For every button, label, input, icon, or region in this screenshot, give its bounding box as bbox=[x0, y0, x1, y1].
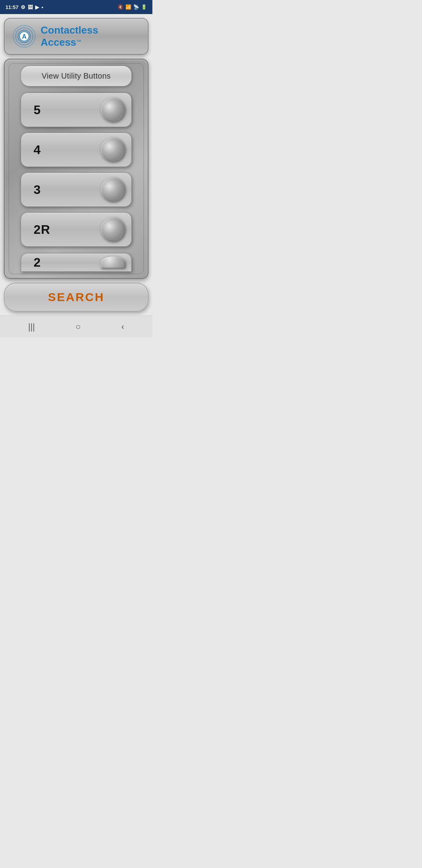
back-icon[interactable]: ‹ bbox=[122, 322, 124, 332]
floor-button-3[interactable]: 3 bbox=[21, 172, 132, 207]
floor-knob-5 bbox=[101, 98, 125, 122]
floor-label-4: 4 bbox=[27, 143, 41, 157]
home-icon[interactable]: ○ bbox=[75, 322, 80, 332]
dot-icon: • bbox=[41, 4, 43, 10]
floor-button-5[interactable]: 5 bbox=[21, 93, 132, 127]
status-right: 🔇 📶 📡 🔋 bbox=[118, 4, 147, 10]
floor-knob-2r bbox=[101, 217, 125, 242]
main-panel: View Utility Buttons 5 4 3 2R 2 bbox=[4, 59, 148, 279]
recent-apps-icon[interactable]: ||| bbox=[28, 322, 35, 332]
gear-icon: ⚙ bbox=[21, 4, 25, 10]
logo-panel: A Contactless Access™ bbox=[4, 18, 148, 55]
floor-label-2: 2 bbox=[27, 255, 41, 270]
logo-container: A Contactless Access™ bbox=[13, 24, 140, 48]
mute-icon: 🔇 bbox=[118, 4, 123, 10]
floor-label-3: 3 bbox=[27, 183, 41, 197]
logo-icon: A bbox=[13, 25, 36, 48]
search-button[interactable]: SEARCH bbox=[4, 283, 148, 312]
battery-icon: 🔋 bbox=[141, 4, 147, 10]
image-icon: 🖼 bbox=[28, 4, 33, 10]
floor-button-2-partial[interactable]: 2 bbox=[21, 253, 132, 272]
logo-text: Contactless Access™ bbox=[41, 24, 140, 48]
floor-knob-4 bbox=[101, 138, 125, 162]
signal-icon: 📡 bbox=[133, 4, 139, 10]
view-utility-buttons-button[interactable]: View Utility Buttons bbox=[21, 66, 132, 86]
floor-button-4[interactable]: 4 bbox=[21, 133, 132, 167]
status-bar: 11:57 ⚙ 🖼 ▶ • 🔇 📶 📡 🔋 bbox=[0, 0, 152, 14]
floor-buttons-list: 5 4 3 2R bbox=[21, 93, 132, 247]
svg-text:A: A bbox=[22, 33, 27, 40]
floor-knob-2 bbox=[101, 256, 125, 268]
youtube-icon: ▶ bbox=[35, 4, 39, 10]
nav-bar: ||| ○ ‹ bbox=[0, 316, 152, 337]
floor-label-2r: 2R bbox=[27, 222, 50, 237]
wifi-icon: 📶 bbox=[125, 4, 131, 10]
floor-knob-3 bbox=[101, 178, 125, 202]
status-left: 11:57 ⚙ 🖼 ▶ • bbox=[5, 4, 43, 10]
app-wrapper: A Contactless Access™ View Utility Butto… bbox=[0, 14, 152, 316]
floor-button-2r[interactable]: 2R bbox=[21, 212, 132, 247]
floor-label-5: 5 bbox=[27, 103, 41, 117]
time: 11:57 bbox=[5, 4, 18, 10]
